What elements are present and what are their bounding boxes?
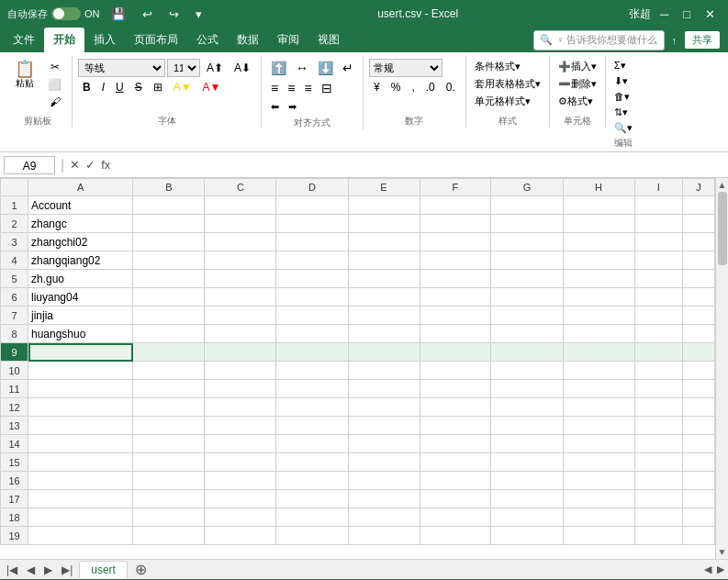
row-header-15[interactable]: 15 bbox=[1, 453, 28, 472]
scrollbar-track[interactable] bbox=[716, 192, 728, 545]
cell-19-C[interactable] bbox=[205, 527, 276, 545]
cell-13-B[interactable] bbox=[133, 417, 205, 435]
row-header-10[interactable]: 10 bbox=[1, 362, 28, 380]
cell-6-F[interactable] bbox=[420, 288, 491, 307]
cell-19-B[interactable] bbox=[133, 527, 205, 545]
cell-10-B[interactable] bbox=[133, 362, 205, 380]
cell-reference-box[interactable]: A9 bbox=[4, 156, 55, 174]
cell-9-E[interactable] bbox=[348, 343, 420, 362]
cell-14-F[interactable] bbox=[420, 435, 491, 453]
cell-3-A[interactable]: zhangchi02 bbox=[28, 233, 133, 251]
cell-12-F[interactable] bbox=[420, 398, 491, 417]
cell-6-B[interactable] bbox=[133, 288, 205, 307]
autosum-button[interactable]: Σ▾ bbox=[611, 59, 629, 72]
cell-9-B[interactable] bbox=[133, 343, 205, 362]
font-size-select[interactable]: 11 bbox=[167, 59, 200, 77]
cell-6-H[interactable] bbox=[563, 288, 634, 307]
minimize-button[interactable]: ─ bbox=[655, 6, 674, 23]
cell-11-I[interactable] bbox=[634, 380, 682, 398]
tab-view[interactable]: 视图 bbox=[308, 28, 349, 52]
scrollbar-thumb[interactable] bbox=[718, 192, 727, 265]
cell-4-B[interactable] bbox=[133, 251, 205, 270]
cell-3-B[interactable] bbox=[133, 233, 205, 251]
cell-7-D[interactable] bbox=[276, 307, 348, 325]
cell-3-F[interactable] bbox=[420, 233, 491, 251]
cell-13-J[interactable] bbox=[682, 417, 714, 435]
tab-review[interactable]: 审阅 bbox=[268, 28, 308, 52]
cell-11-E[interactable] bbox=[348, 380, 420, 398]
cell-4-E[interactable] bbox=[348, 251, 420, 270]
share-button[interactable]: 共享 bbox=[684, 30, 721, 50]
align-bottom-button[interactable]: ⬇️ bbox=[314, 59, 337, 77]
cell-8-I[interactable] bbox=[634, 325, 682, 343]
cell-17-F[interactable] bbox=[420, 490, 491, 508]
cell-17-J[interactable] bbox=[682, 490, 714, 508]
scroll-right-btn[interactable]: ▶ bbox=[717, 563, 724, 575]
cell-3-E[interactable] bbox=[348, 233, 420, 251]
cell-1-A[interactable]: Account bbox=[28, 196, 133, 215]
cell-10-C[interactable] bbox=[205, 362, 276, 380]
row-header-14[interactable]: 14 bbox=[1, 435, 28, 453]
cell-7-C[interactable] bbox=[205, 307, 276, 325]
cell-18-J[interactable] bbox=[682, 508, 714, 527]
cell-19-G[interactable] bbox=[491, 527, 563, 545]
cell-11-A[interactable] bbox=[28, 380, 133, 398]
cell-6-G[interactable] bbox=[491, 288, 563, 307]
number-format-select[interactable]: 常规 bbox=[369, 59, 442, 77]
cell-16-D[interactable] bbox=[276, 472, 348, 490]
col-header-i[interactable]: I bbox=[634, 179, 682, 196]
cell-1-C[interactable] bbox=[205, 196, 276, 215]
cell-10-D[interactable] bbox=[276, 362, 348, 380]
cell-19-E[interactable] bbox=[348, 527, 420, 545]
cell-3-H[interactable] bbox=[563, 233, 634, 251]
cell-15-F[interactable] bbox=[420, 453, 491, 472]
cut-button[interactable]: ✂ bbox=[43, 59, 66, 75]
cell-7-G[interactable] bbox=[491, 307, 563, 325]
cell-1-E[interactable] bbox=[348, 196, 420, 215]
cell-5-C[interactable] bbox=[205, 270, 276, 288]
cell-9-I[interactable] bbox=[634, 343, 682, 362]
cell-4-F[interactable] bbox=[420, 251, 491, 270]
row-header-16[interactable]: 16 bbox=[1, 472, 28, 490]
cell-5-H[interactable] bbox=[563, 270, 634, 288]
col-header-a[interactable]: A bbox=[28, 179, 133, 196]
increase-decimal-button[interactable]: .0 bbox=[421, 79, 440, 95]
col-header-e[interactable]: E bbox=[348, 179, 420, 196]
table-format-button[interactable]: 套用表格格式 ▾ bbox=[472, 76, 543, 92]
redo-button[interactable]: ↪ bbox=[163, 6, 185, 23]
cell-14-E[interactable] bbox=[348, 435, 420, 453]
cell-18-H[interactable] bbox=[563, 508, 634, 527]
cell-18-F[interactable] bbox=[420, 508, 491, 527]
cell-1-J[interactable] bbox=[682, 196, 714, 215]
cell-14-H[interactable] bbox=[563, 435, 634, 453]
cell-10-J[interactable] bbox=[682, 362, 714, 380]
conditional-format-button[interactable]: 条件格式 ▾ bbox=[472, 59, 523, 74]
cell-17-G[interactable] bbox=[491, 490, 563, 508]
cell-14-D[interactable] bbox=[276, 435, 348, 453]
cell-styles-button[interactable]: 单元格样式 ▾ bbox=[472, 94, 533, 109]
cell-18-I[interactable] bbox=[634, 508, 682, 527]
cell-18-E[interactable] bbox=[348, 508, 420, 527]
cell-10-I[interactable] bbox=[634, 362, 682, 380]
formula-input[interactable] bbox=[114, 159, 724, 172]
cell-17-D[interactable] bbox=[276, 490, 348, 508]
paste-button[interactable]: 📋 粘贴 bbox=[9, 59, 40, 92]
decrease-indent-button[interactable]: ⬅ bbox=[267, 99, 283, 115]
cell-17-E[interactable] bbox=[348, 490, 420, 508]
cell-19-F[interactable] bbox=[420, 527, 491, 545]
cell-15-E[interactable] bbox=[348, 453, 420, 472]
cell-11-J[interactable] bbox=[682, 380, 714, 398]
cell-18-D[interactable] bbox=[276, 508, 348, 527]
row-header-11[interactable]: 11 bbox=[1, 380, 28, 398]
align-middle-button[interactable]: ↔ bbox=[292, 59, 312, 77]
cell-8-G[interactable] bbox=[491, 325, 563, 343]
row-header-12[interactable]: 12 bbox=[1, 398, 28, 417]
cell-18-C[interactable] bbox=[205, 508, 276, 527]
cell-15-D[interactable] bbox=[276, 453, 348, 472]
cell-2-G[interactable] bbox=[491, 215, 563, 233]
cell-17-A[interactable] bbox=[28, 490, 133, 508]
cell-12-I[interactable] bbox=[634, 398, 682, 417]
cell-17-H[interactable] bbox=[563, 490, 634, 508]
cell-16-B[interactable] bbox=[133, 472, 205, 490]
cell-1-D[interactable] bbox=[276, 196, 348, 215]
